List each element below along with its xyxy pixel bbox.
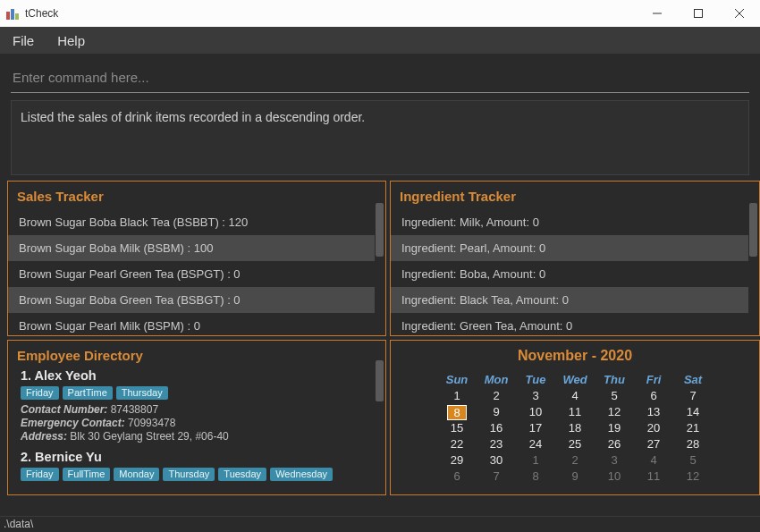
- calendar-day[interactable]: 18: [555, 421, 595, 436]
- calendar-day[interactable]: 9: [555, 469, 595, 485]
- calendar-day[interactable]: 3: [516, 389, 555, 404]
- titlebar: tCheck: [0, 0, 760, 27]
- calendar-day-header: Tue: [516, 373, 555, 388]
- calendar-day[interactable]: 25: [555, 437, 595, 452]
- command-input[interactable]: [11, 64, 749, 93]
- calendar-day[interactable]: 4: [634, 453, 673, 469]
- list-item[interactable]: Ingredient: Boba, Amount: 0: [391, 261, 748, 287]
- calendar-day[interactable]: 14: [673, 405, 713, 420]
- tag: Thursday: [163, 468, 215, 481]
- tag: Thursday: [116, 386, 168, 400]
- calendar-day-header: Mon: [477, 373, 516, 388]
- calendar-day[interactable]: 16: [477, 421, 516, 436]
- list-item[interactable]: Brown Sugar Boba Milk (BSBM) : 100: [8, 235, 375, 261]
- calendar-day[interactable]: 21: [673, 421, 713, 436]
- svg-rect-0: [6, 12, 10, 20]
- employee-entry[interactable]: 2. Bernice YuFridayFullTimeMondayThursda…: [21, 450, 376, 481]
- tag: FullTime: [63, 468, 111, 481]
- list-item[interactable]: Brown Sugar Boba Black Tea (BSBBT) : 120: [8, 209, 375, 235]
- employee-name: 1. Alex Yeoh: [21, 368, 376, 383]
- calendar-day-header: Thu: [595, 373, 634, 388]
- employee-field: Address: Blk 30 Geylang Street 29, #06-4…: [21, 430, 376, 443]
- calendar-day-header: Sat: [673, 373, 713, 388]
- menubar: File Help: [0, 27, 760, 54]
- minimize-button[interactable]: [637, 0, 678, 27]
- calendar-day[interactable]: 20: [634, 421, 673, 436]
- employee-field: Contact Number: 87438807: [21, 403, 376, 416]
- window-title: tCheck: [25, 7, 637, 20]
- calendar-day[interactable]: 1: [516, 453, 555, 469]
- calendar-day[interactable]: 11: [634, 469, 673, 485]
- calendar-panel: November - 2020 SunMonTueWedThuFriSat123…: [390, 340, 760, 495]
- output-text: Listed the sales of drink items recorded…: [21, 110, 365, 124]
- calendar-day[interactable]: 11: [555, 405, 595, 420]
- calendar-grid: SunMonTueWedThuFriSat1234567891011121314…: [437, 373, 713, 485]
- calendar-day[interactable]: 10: [516, 405, 555, 420]
- calendar-day[interactable]: 8: [516, 469, 555, 485]
- calendar-day[interactable]: 27: [634, 437, 673, 452]
- ingredient-list: Ingredient: Milk, Amount: 0 Ingredient: …: [391, 209, 759, 335]
- calendar-day[interactable]: 24: [516, 437, 555, 452]
- list-item[interactable]: Ingredient: Pearl, Amount: 0: [391, 235, 748, 261]
- output-panel: Listed the sales of drink items recorded…: [11, 100, 749, 175]
- calendar-day[interactable]: 29: [437, 453, 477, 469]
- employee-entry[interactable]: 1. Alex YeohFridayPartTimeThursdayContac…: [21, 368, 376, 443]
- calendar-day[interactable]: 5: [595, 389, 634, 404]
- tag: Tuesday: [218, 468, 266, 481]
- calendar-day[interactable]: 12: [673, 469, 713, 485]
- calendar-day[interactable]: 15: [437, 421, 477, 436]
- calendar-day[interactable]: 22: [437, 437, 477, 452]
- svg-rect-4: [695, 10, 703, 18]
- calendar-day[interactable]: 2: [477, 389, 516, 404]
- calendar-day[interactable]: 26: [595, 437, 634, 452]
- tag: Friday: [21, 386, 59, 400]
- calendar-day[interactable]: 2: [555, 453, 595, 469]
- list-item[interactable]: Brown Sugar Pearl Milk (BSPM) : 0: [8, 313, 375, 335]
- employee-field: Emergency Contact: 70993478: [21, 417, 376, 429]
- close-button[interactable]: [719, 0, 760, 27]
- statusbar: .\data\: [0, 516, 760, 532]
- calendar-day[interactable]: 7: [673, 389, 713, 404]
- employee-directory-title: Employee Directory: [8, 341, 385, 368]
- list-item[interactable]: Ingredient: Green Tea, Amount: 0: [391, 313, 748, 335]
- employee-directory-panel: Employee Directory 1. Alex YeohFridayPar…: [7, 340, 386, 495]
- calendar-day[interactable]: 28: [673, 437, 713, 452]
- calendar-day[interactable]: 8: [437, 405, 477, 420]
- employee-tags: FridayPartTimeThursday: [21, 386, 376, 400]
- tag: Monday: [114, 468, 159, 481]
- employee-tags: FridayFullTimeMondayThursdayTuesdayWedne…: [21, 468, 376, 481]
- tag: Friday: [21, 468, 59, 481]
- calendar-day[interactable]: 6: [634, 389, 673, 404]
- calendar-day[interactable]: 30: [477, 453, 516, 469]
- scrollbar[interactable]: [749, 203, 757, 257]
- calendar-day[interactable]: 4: [555, 389, 595, 404]
- calendar-day[interactable]: 3: [595, 453, 634, 469]
- list-item[interactable]: Ingredient: Black Tea, Amount: 0: [391, 287, 748, 313]
- calendar-day[interactable]: 19: [595, 421, 634, 436]
- calendar-day[interactable]: 23: [477, 437, 516, 452]
- list-item[interactable]: Ingredient: Milk, Amount: 0: [391, 209, 748, 235]
- calendar-day[interactable]: 6: [437, 469, 477, 485]
- calendar-day[interactable]: 5: [673, 453, 713, 469]
- calendar-day[interactable]: 9: [477, 405, 516, 420]
- calendar-day[interactable]: 12: [595, 405, 634, 420]
- list-item[interactable]: Brown Sugar Boba Green Tea (BSBGT) : 0: [8, 287, 375, 313]
- list-item[interactable]: Brown Sugar Pearl Green Tea (BSPGT) : 0: [8, 261, 375, 287]
- sales-tracker-title: Sales Tracker: [8, 182, 385, 209]
- calendar-day-header: Wed: [555, 373, 595, 388]
- calendar-day-header: Fri: [634, 373, 673, 388]
- calendar-day-header: Sun: [437, 373, 477, 388]
- calendar-day[interactable]: 1: [437, 389, 477, 404]
- calendar-day[interactable]: 17: [516, 421, 555, 436]
- calendar-day[interactable]: 13: [634, 405, 673, 420]
- employee-name: 2. Bernice Yu: [21, 450, 376, 464]
- calendar-day[interactable]: 7: [477, 469, 516, 485]
- maximize-button[interactable]: [678, 0, 719, 27]
- sales-list: Brown Sugar Boba Black Tea (BSBBT) : 120…: [8, 209, 385, 335]
- menu-help[interactable]: Help: [52, 31, 90, 50]
- menu-file[interactable]: File: [7, 31, 39, 50]
- svg-rect-1: [11, 9, 14, 20]
- calendar-day[interactable]: 10: [595, 469, 634, 485]
- scrollbar[interactable]: [376, 360, 384, 401]
- scrollbar[interactable]: [376, 203, 384, 257]
